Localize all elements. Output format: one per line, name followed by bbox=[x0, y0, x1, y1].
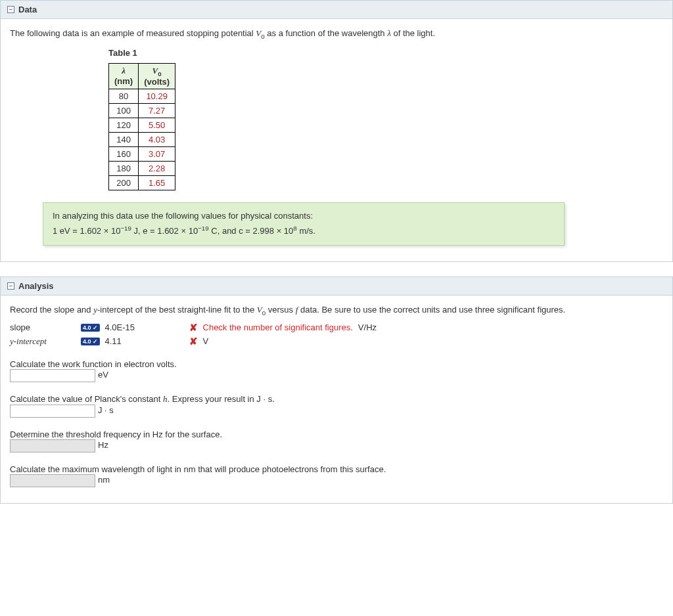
x-icon: ✘ bbox=[189, 336, 198, 347]
collapse-icon[interactable]: − bbox=[7, 6, 14, 13]
question-work-function: Calculate the work function in electron … bbox=[10, 359, 663, 382]
data-table: λ (nm) V0 (volts) 8010.29 1007.27 1205.5… bbox=[108, 63, 175, 191]
question-maxwavelength: Calculate the maximum wavelength of ligh… bbox=[10, 464, 663, 487]
section-header-analysis[interactable]: − Analysis bbox=[0, 276, 673, 296]
question-planck: Calculate the value of Planck's constant… bbox=[10, 394, 663, 418]
slope-feedback: Check the number of significant figures. bbox=[203, 322, 353, 332]
yintercept-row: y-intercept 4.0✓ 4.11 ✘ V bbox=[10, 336, 663, 347]
maxwavelength-input[interactable] bbox=[10, 474, 95, 487]
table-header-lambda: λ (nm) bbox=[109, 63, 139, 89]
section-body-data: The following data is an example of meas… bbox=[0, 19, 673, 262]
work-function-input[interactable] bbox=[10, 369, 95, 382]
section-header-data[interactable]: − Data bbox=[0, 0, 673, 19]
collapse-icon[interactable]: − bbox=[7, 282, 14, 290]
yintercept-value: 4.11 bbox=[105, 336, 184, 346]
slope-unit: V/Hz bbox=[358, 322, 377, 332]
check-icon: ✓ bbox=[93, 338, 98, 345]
table-row: 1205.50 bbox=[109, 118, 175, 133]
slope-value: 4.0E-15 bbox=[105, 322, 184, 332]
grade-badge: 4.0✓ bbox=[81, 338, 100, 345]
section-body-analysis: Record the slope and y-intercept of the … bbox=[0, 296, 673, 504]
table-row: 1603.07 bbox=[109, 147, 175, 162]
threshold-input[interactable] bbox=[10, 439, 95, 452]
intro-text: The following data is an example of meas… bbox=[10, 28, 663, 40]
table-title: Table 1 bbox=[108, 48, 663, 58]
table-row: 1404.03 bbox=[109, 133, 175, 147]
table-row: 8010.29 bbox=[109, 89, 175, 104]
planck-input[interactable] bbox=[10, 405, 95, 418]
section-title: Data bbox=[18, 5, 37, 14]
table-row: 1007.27 bbox=[109, 104, 175, 118]
grade-badge: 4.0✓ bbox=[81, 324, 100, 332]
analysis-instructions: Record the slope and y-intercept of the … bbox=[10, 305, 663, 317]
section-title: Analysis bbox=[18, 281, 53, 291]
constants-box: In analyzing this data use the following… bbox=[43, 202, 565, 246]
check-icon: ✓ bbox=[93, 324, 98, 331]
slope-row: slope 4.0✓ 4.0E-15 ✘ Check the number of… bbox=[10, 322, 663, 334]
yintercept-unit: V bbox=[203, 336, 209, 346]
question-threshold: Determine the threshold frequency in Hz … bbox=[10, 429, 663, 452]
x-icon: ✘ bbox=[189, 322, 198, 334]
table-row: 1802.28 bbox=[109, 162, 175, 176]
table-row: 2001.65 bbox=[109, 176, 175, 190]
table-header-v0: V0 (volts) bbox=[139, 63, 175, 89]
